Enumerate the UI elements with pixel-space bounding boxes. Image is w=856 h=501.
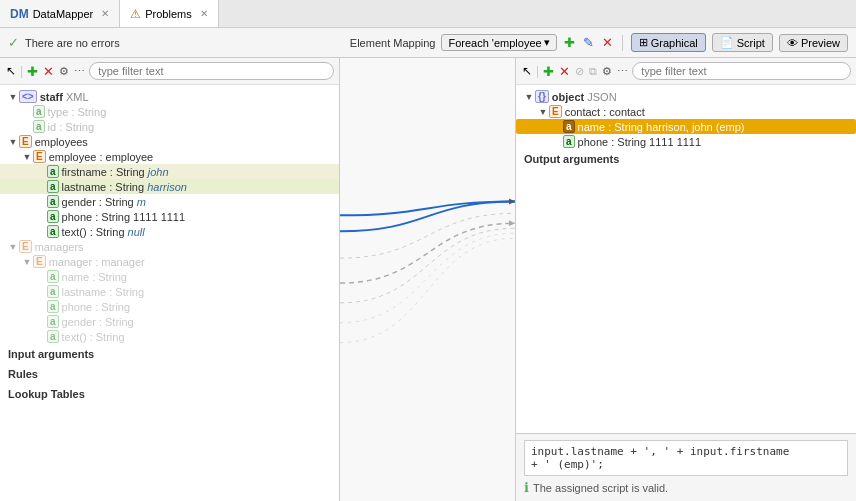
- attr-icon: a: [33, 105, 45, 118]
- cursor-button[interactable]: ↖: [5, 63, 17, 79]
- tree-managers-text: managers: [35, 241, 84, 253]
- view-script-button[interactable]: 📄 Script: [712, 33, 773, 52]
- mapping-label: Element Mapping: [350, 37, 436, 49]
- tree-root[interactable]: ▼ <> staff XML: [0, 89, 339, 104]
- manager-toggle[interactable]: ▼: [22, 257, 32, 267]
- right-search-input[interactable]: [632, 62, 851, 80]
- tree-mgr-gender[interactable]: ▶ a gender : String: [0, 314, 339, 329]
- name-attr-icon: a: [563, 120, 575, 133]
- right-filter-button[interactable]: ⊘: [574, 64, 585, 79]
- foreach-dropdown-icon: ▾: [544, 36, 550, 49]
- left-filter-button[interactable]: ⚙: [58, 64, 70, 79]
- script-icon: 📄: [720, 36, 734, 49]
- employee-toggle[interactable]: ▼: [22, 152, 32, 162]
- attr-icon13: a: [563, 135, 575, 148]
- left-delete-button[interactable]: ✕: [42, 63, 55, 80]
- left-panel: ↖ | ✚ ✕ ⚙ ⋯ ▼ <> staff XML ▶ a type : St…: [0, 58, 340, 501]
- content-area: ↖ | ✚ ✕ ⚙ ⋯ ▼ <> staff XML ▶ a type : St…: [0, 58, 856, 501]
- script-label: Script: [737, 37, 765, 49]
- elem-icon: E: [19, 135, 32, 148]
- tree-root-toggle[interactable]: ▼: [8, 92, 18, 102]
- tab-datamapper[interactable]: DM DataMapper ✕: [0, 0, 120, 27]
- left-panel-toolbar: ↖ | ✚ ✕ ⚙ ⋯: [0, 58, 339, 85]
- right-root-toggle[interactable]: ▼: [524, 92, 534, 102]
- right-delete-button[interactable]: ✕: [558, 63, 571, 80]
- tree-mgr-name[interactable]: ▶ a name : String: [0, 269, 339, 284]
- tree-firstname-text: firstname : String john: [62, 166, 169, 178]
- rules-header[interactable]: Rules: [0, 364, 339, 384]
- middle-panel: [340, 58, 516, 501]
- tree-mgr-gender-text: gender : String: [62, 316, 134, 328]
- tree-firstname[interactable]: ▶ a firstname : String john: [0, 164, 339, 179]
- right-copy-button[interactable]: ⧉: [588, 64, 598, 79]
- tree-mgr-text[interactable]: ▶ a text() : String: [0, 329, 339, 344]
- valid-message: ℹ The assigned script is valid.: [524, 480, 848, 495]
- tree-mgr-lastname-text: lastname : String: [62, 286, 145, 298]
- right-more-button[interactable]: ⋯: [616, 64, 629, 79]
- valid-text: The assigned script is valid.: [533, 482, 668, 494]
- graphical-icon: ⊞: [639, 36, 648, 49]
- foreach-button[interactable]: Foreach 'employee ▾: [441, 34, 556, 51]
- tree-employee[interactable]: ▼ E employee : employee: [0, 149, 339, 164]
- tree-mgr-name-text: name : String: [62, 271, 127, 283]
- left-search-input[interactable]: [89, 62, 334, 80]
- view-preview-button[interactable]: 👁 Preview: [779, 34, 848, 52]
- preview-label: Preview: [801, 37, 840, 49]
- toolbar-separator: [622, 35, 623, 51]
- right-gear-button[interactable]: ⚙: [601, 64, 613, 79]
- managers-toggle[interactable]: ▼: [8, 242, 18, 252]
- delete-mapping-button[interactable]: ✕: [601, 34, 614, 51]
- right-contact[interactable]: ▼ E contact : contact: [516, 104, 856, 119]
- right-tree-root[interactable]: ▼ {} object JSON: [516, 89, 856, 104]
- lookup-tables-header[interactable]: Lookup Tables: [0, 384, 339, 404]
- right-bottom: input.lastname + ', ' + input.firstname …: [516, 433, 856, 501]
- right-cursor-button[interactable]: ↖: [521, 63, 533, 79]
- tab-close-icon2[interactable]: ✕: [200, 8, 208, 19]
- script-line2: + ' (emp)';: [531, 458, 841, 471]
- main-toolbar: ✓ There are no errors Element Mapping Fo…: [0, 28, 856, 58]
- left-more-button[interactable]: ⋯: [73, 64, 86, 79]
- right-add-button[interactable]: ✚: [542, 63, 555, 80]
- attr-icon2: a: [33, 120, 45, 133]
- tree-id-text: id : String: [48, 121, 94, 133]
- left-tree-area: ▼ <> staff XML ▶ a type : String ▶ a id …: [0, 85, 339, 501]
- right-name[interactable]: ▶ a name : String harrison, john (emp): [516, 119, 856, 134]
- tree-type-text: type : String: [48, 106, 107, 118]
- tree-text-left[interactable]: ▶ a text() : String null: [0, 224, 339, 239]
- script-box: input.lastname + ', ' + input.firstname …: [524, 440, 848, 476]
- contact-toggle[interactable]: ▼: [538, 107, 548, 117]
- tab-problems[interactable]: ⚠ Problems ✕: [120, 0, 218, 27]
- attr-icon6: a: [47, 210, 59, 223]
- tree-employee-text: employee : employee: [49, 151, 154, 163]
- employees-toggle[interactable]: ▼: [8, 137, 18, 147]
- tree-phone-text: phone : String 1111 1111: [62, 211, 186, 223]
- right-root-text: object JSON: [552, 91, 617, 103]
- problems-icon: ⚠: [130, 7, 141, 21]
- tree-manager[interactable]: ▼ E manager : manager: [0, 254, 339, 269]
- left-add-button[interactable]: ✚: [26, 63, 39, 80]
- tree-lastname[interactable]: ▶ a lastname : String harrison: [0, 179, 339, 194]
- view-graphical-button[interactable]: ⊞ Graphical: [631, 33, 706, 52]
- right-phone[interactable]: ▶ a phone : String 1111 1111: [516, 134, 856, 149]
- tree-employees[interactable]: ▼ E employees: [0, 134, 339, 149]
- output-arguments-header[interactable]: Output arguments: [516, 149, 856, 169]
- tree-id[interactable]: ▶ a id : String: [0, 119, 339, 134]
- attr-icon12: a: [47, 330, 59, 343]
- right-tree-area: ▼ {} object JSON ▼ E contact : contact ▶…: [516, 85, 856, 433]
- add-mapping-button[interactable]: ✚: [563, 34, 576, 51]
- tree-gender[interactable]: ▶ a gender : String m: [0, 194, 339, 209]
- script-line1: input.lastname + ', ' + input.firstname: [531, 445, 841, 458]
- tab-close-icon[interactable]: ✕: [101, 8, 109, 19]
- tree-textfn-text: text() : String null: [62, 226, 145, 238]
- right-contact-text: contact : contact: [565, 106, 645, 118]
- tree-mgr-lastname[interactable]: ▶ a lastname : String: [0, 284, 339, 299]
- tree-root-text: staff XML: [40, 91, 89, 103]
- elem-icon4: E: [33, 255, 46, 268]
- tree-phone-left[interactable]: ▶ a phone : String 1111 1111: [0, 209, 339, 224]
- tree-mgr-phone[interactable]: ▶ a phone : String: [0, 299, 339, 314]
- edit-mapping-button[interactable]: ✎: [582, 34, 595, 51]
- tree-type[interactable]: ▶ a type : String: [0, 104, 339, 119]
- tree-managers[interactable]: ▼ E managers: [0, 239, 339, 254]
- input-arguments-header[interactable]: Input arguments: [0, 344, 339, 364]
- right-phone-text: phone : String 1111 1111: [578, 136, 702, 148]
